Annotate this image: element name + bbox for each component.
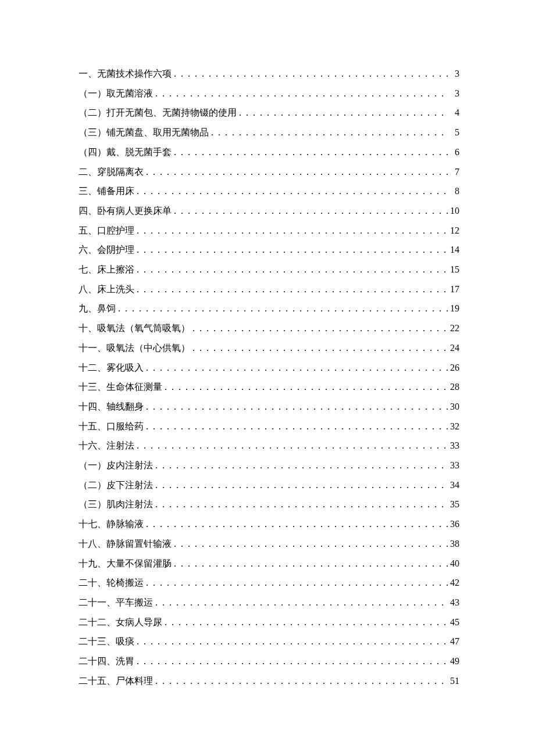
toc-entry: 十一、吸氧法（中心供氧）. . . . . . . . . . . . . . … [79,338,459,358]
toc-entry: 十、吸氧法（氧气筒吸氧）. . . . . . . . . . . . . . … [79,318,459,338]
toc-entry-label: 一、无菌技术操作六项 [79,64,172,84]
toc-entry: （二）打开无菌包、无菌持物镊的使用. . . . . . . . . . . .… [79,103,459,123]
toc-entry-page: 28 [448,377,459,397]
toc-leader-dots: . . . . . . . . . . . . . . . . . . . . … [190,318,448,338]
toc-leader-dots: . . . . . . . . . . . . . . . . . . . . … [134,280,448,299]
toc-entry-page: 14 [448,240,459,260]
toc-entry-page: 30 [448,397,459,417]
toc-leader-dots: . . . . . . . . . . . . . . . . . . . . … [134,632,448,651]
toc-entry: 二十一、平车搬运. . . . . . . . . . . . . . . . … [79,593,459,612]
toc-leader-dots: . . . . . . . . . . . . . . . . . . . . … [209,123,448,142]
toc-entry: 二十四、洗胃. . . . . . . . . . . . . . . . . … [79,651,459,671]
toc-leader-dots: . . . . . . . . . . . . . . . . . . . . … [134,221,448,241]
toc-entry: 十八、静脉留置针输液. . . . . . . . . . . . . . . … [79,534,459,554]
toc-entry-page: 40 [448,554,459,574]
toc-leader-dots: . . . . . . . . . . . . . . . . . . . . … [172,142,448,162]
toc-entry: 十三、生命体征测量. . . . . . . . . . . . . . . .… [79,377,459,397]
toc-entry-page: 6 [448,142,459,162]
toc-entry-label: 十七、静脉输液 [79,514,144,534]
toc-entry-label: 五、口腔护理 [79,221,134,241]
toc-leader-dots: . . . . . . . . . . . . . . . . . . . . … [190,338,448,358]
toc-entry: 十四、轴线翻身. . . . . . . . . . . . . . . . .… [79,397,459,417]
toc-leader-dots: . . . . . . . . . . . . . . . . . . . . … [153,671,448,691]
toc-entry-label: 十二、雾化吸入 [79,358,144,378]
toc-entry-page: 38 [448,534,459,554]
toc-entry: 二十二、女病人导尿. . . . . . . . . . . . . . . .… [79,612,459,632]
toc-leader-dots: . . . . . . . . . . . . . . . . . . . . … [134,436,448,456]
toc-entry-page: 10 [448,201,459,221]
toc-entry-page: 47 [448,632,459,651]
toc-entry-page: 33 [448,436,459,456]
toc-entry-page: 51 [448,671,459,691]
toc-entry-label: 二、穿脱隔离衣 [79,162,144,182]
toc-entry-label: 二十、轮椅搬运 [79,573,144,593]
toc-leader-dots: . . . . . . . . . . . . . . . . . . . . … [144,417,448,436]
toc-entry: （一）取无菌溶液. . . . . . . . . . . . . . . . … [79,84,459,103]
toc-entry: 二十三、吸痰. . . . . . . . . . . . . . . . . … [79,632,459,651]
toc-entry-page: 4 [448,103,459,123]
toc-leader-dots: . . . . . . . . . . . . . . . . . . . . … [153,475,448,495]
toc-entry-label: （二）打开无菌包、无菌持物镊的使用 [79,103,237,123]
toc-entry-label: 十一、吸氧法（中心供氧） [79,338,190,358]
toc-entry-page: 49 [448,651,459,671]
toc-entry-label: 十五、口服给药 [79,417,144,436]
toc-entry-label: 六、会阴护理 [79,240,134,260]
toc-entry-page: 24 [448,338,459,358]
toc-entry-label: （四）戴、脱无菌手套 [79,142,172,162]
toc-leader-dots: . . . . . . . . . . . . . . . . . . . . … [144,358,448,378]
toc-leader-dots: . . . . . . . . . . . . . . . . . . . . … [172,64,448,84]
toc-entry-label: 二十三、吸痰 [79,632,134,651]
toc-leader-dots: . . . . . . . . . . . . . . . . . . . . … [134,651,448,671]
toc-entry: 十七、静脉输液. . . . . . . . . . . . . . . . .… [79,514,459,534]
toc-leader-dots: . . . . . . . . . . . . . . . . . . . . … [144,397,448,417]
toc-leader-dots: . . . . . . . . . . . . . . . . . . . . … [172,554,448,574]
toc-entry-label: 八、床上洗头 [79,280,134,299]
toc-entry-label: 二十二、女病人导尿 [79,612,162,632]
toc-entry: 五、口腔护理. . . . . . . . . . . . . . . . . … [79,221,459,241]
toc-entry: 六、会阴护理. . . . . . . . . . . . . . . . . … [79,240,459,260]
toc-entry-label: 十九、大量不保留灌肠 [79,554,172,574]
toc-leader-dots: . . . . . . . . . . . . . . . . . . . . … [153,456,448,475]
toc-entry: 十五、口服给药. . . . . . . . . . . . . . . . .… [79,417,459,436]
toc-entry-page: 12 [448,221,459,241]
toc-entry-page: 19 [448,299,459,318]
toc-entry: 二十、轮椅搬运. . . . . . . . . . . . . . . . .… [79,573,459,593]
toc-entry-page: 43 [448,593,459,612]
toc-entry-page: 8 [448,181,459,201]
toc-entry-label: （三）铺无菌盘、取用无菌物品 [79,123,209,142]
toc-leader-dots: . . . . . . . . . . . . . . . . . . . . … [153,84,448,103]
toc-leader-dots: . . . . . . . . . . . . . . . . . . . . … [153,495,448,514]
toc-entry-label: 十六、注射法 [79,436,134,456]
toc-entry-label: 十八、静脉留置针输液 [79,534,172,554]
toc-entry: 八、床上洗头. . . . . . . . . . . . . . . . . … [79,280,459,299]
toc-entry-page: 35 [448,495,459,514]
toc-entry-label: 三、铺备用床 [79,181,134,201]
toc-entry-page: 32 [448,417,459,436]
toc-entry-label: 二十五、尸体料理 [79,671,153,691]
toc-entry: 七、床上擦浴. . . . . . . . . . . . . . . . . … [79,260,459,280]
toc-entry-label: （一）皮内注射法 [79,456,153,475]
toc-entry-page: 34 [448,475,459,495]
toc-entry-page: 7 [448,162,459,182]
toc-entry-page: 5 [448,123,459,142]
toc-entry: 十二、雾化吸入. . . . . . . . . . . . . . . . .… [79,358,459,378]
toc-leader-dots: . . . . . . . . . . . . . . . . . . . . … [172,201,448,221]
toc-entry-page: 3 [448,64,459,84]
toc-leader-dots: . . . . . . . . . . . . . . . . . . . . … [172,534,448,554]
toc-entry-page: 33 [448,456,459,475]
toc-leader-dots: . . . . . . . . . . . . . . . . . . . . … [153,593,448,612]
toc-entry-label: 二十四、洗胃 [79,651,134,671]
toc-entry-page: 17 [448,280,459,299]
toc-entry: 十六、注射法. . . . . . . . . . . . . . . . . … [79,436,459,456]
toc-entry: 一、无菌技术操作六项. . . . . . . . . . . . . . . … [79,64,459,84]
toc-leader-dots: . . . . . . . . . . . . . . . . . . . . … [144,573,448,593]
toc-entry: （二）皮下注射法. . . . . . . . . . . . . . . . … [79,475,459,495]
toc-entry: 十九、大量不保留灌肠. . . . . . . . . . . . . . . … [79,554,459,574]
toc-leader-dots: . . . . . . . . . . . . . . . . . . . . … [237,103,448,123]
toc-leader-dots: . . . . . . . . . . . . . . . . . . . . … [134,181,448,201]
toc-leader-dots: . . . . . . . . . . . . . . . . . . . . … [162,612,448,632]
toc-leader-dots: . . . . . . . . . . . . . . . . . . . . … [116,299,448,318]
toc-entry: （四）戴、脱无菌手套. . . . . . . . . . . . . . . … [79,142,459,162]
toc-entry-label: 四、卧有病人更换床单 [79,201,172,221]
toc-entry: （三）铺无菌盘、取用无菌物品. . . . . . . . . . . . . … [79,123,459,142]
